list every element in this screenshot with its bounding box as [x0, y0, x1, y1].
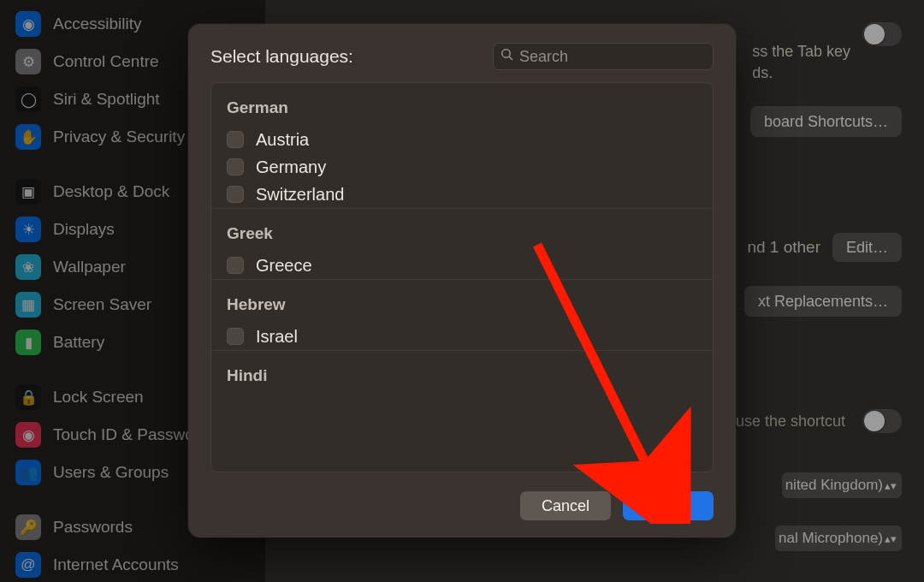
dock-icon: ▣ — [15, 179, 41, 205]
language-checkbox[interactable] — [227, 158, 244, 175]
sidebar-item-label: Screen Saver — [53, 295, 151, 314]
touchid-icon: ◉ — [15, 422, 41, 448]
sidebar-item-label: Lock Screen — [53, 388, 144, 407]
language-group-header: German — [211, 83, 713, 126]
sidebar-item-label: Touch ID & Password — [53, 425, 209, 444]
cancel-button[interactable]: Cancel — [520, 491, 611, 520]
privacy-icon: ✋ — [15, 124, 41, 150]
sidebar-item-label: Siri & Spotlight — [53, 90, 160, 109]
language-checkbox[interactable] — [227, 186, 244, 203]
language-label: Austria — [256, 130, 309, 150]
language-label: Greece — [256, 256, 312, 276]
sidebar-item-label: Internet Accounts — [53, 555, 179, 574]
select-languages-modal: Select languages: GermanAustriaGermanySw… — [188, 24, 736, 537]
modal-title: Select languages: — [210, 46, 353, 67]
sidebar-item-label: Passwords — [53, 518, 133, 537]
language-row[interactable]: Greece — [211, 252, 713, 279]
sidebar-item-label: Desktop & Dock — [53, 182, 169, 201]
users-icon: 👥 — [15, 460, 41, 485]
sidebar-item-label: Privacy & Security — [53, 128, 185, 146]
siri-icon: ◯ — [15, 86, 41, 112]
control-icon: ⚙ — [15, 49, 41, 74]
lock-icon: 🔒 — [15, 384, 41, 410]
language-label: Israel — [256, 327, 298, 347]
language-list: GermanAustriaGermanySwitzerlandGreekGree… — [210, 82, 714, 472]
language-checkbox[interactable] — [227, 131, 244, 148]
screensaver-icon: ▦ — [15, 292, 41, 318]
wallpaper-icon: ❀ — [15, 254, 41, 280]
language-checkbox[interactable] — [227, 328, 244, 345]
language-row[interactable]: Austria — [211, 126, 713, 153]
search-input[interactable] — [519, 48, 706, 66]
sidebar-item-internet[interactable]: @Internet Accounts — [10, 546, 255, 582]
sidebar-item-label: Displays — [53, 220, 115, 239]
sidebar-item-label: Wallpaper — [53, 258, 126, 276]
displays-icon: ☀ — [15, 217, 41, 242]
language-row[interactable]: Germany — [211, 153, 713, 181]
language-group-header: Greek — [211, 208, 713, 252]
search-icon — [500, 48, 519, 65]
sidebar-item-label: Control Centre — [53, 52, 159, 71]
language-group-header: Hindi — [211, 350, 713, 394]
battery-icon: ▮ — [15, 330, 41, 355]
search-field[interactable] — [493, 43, 714, 70]
ok-button[interactable]: OK — [623, 491, 714, 520]
language-checkbox[interactable] — [227, 257, 244, 274]
passwords-icon: 🔑 — [15, 514, 41, 540]
language-list-scroll[interactable]: GermanAustriaGermanySwitzerlandGreekGree… — [211, 83, 713, 472]
sidebar-item-label: Battery — [53, 333, 104, 352]
accessibility-icon: ◉ — [15, 11, 41, 37]
internet-icon: @ — [15, 552, 41, 578]
language-group-header: Hebrew — [211, 279, 713, 323]
sidebar-item-label: Users & Groups — [53, 463, 169, 482]
language-row[interactable]: Israel — [211, 323, 713, 350]
language-label: Germany — [256, 157, 326, 177]
language-label: Switzerland — [256, 185, 344, 205]
sidebar-item-label: Accessibility — [53, 15, 141, 33]
language-row[interactable]: Switzerland — [211, 181, 713, 208]
